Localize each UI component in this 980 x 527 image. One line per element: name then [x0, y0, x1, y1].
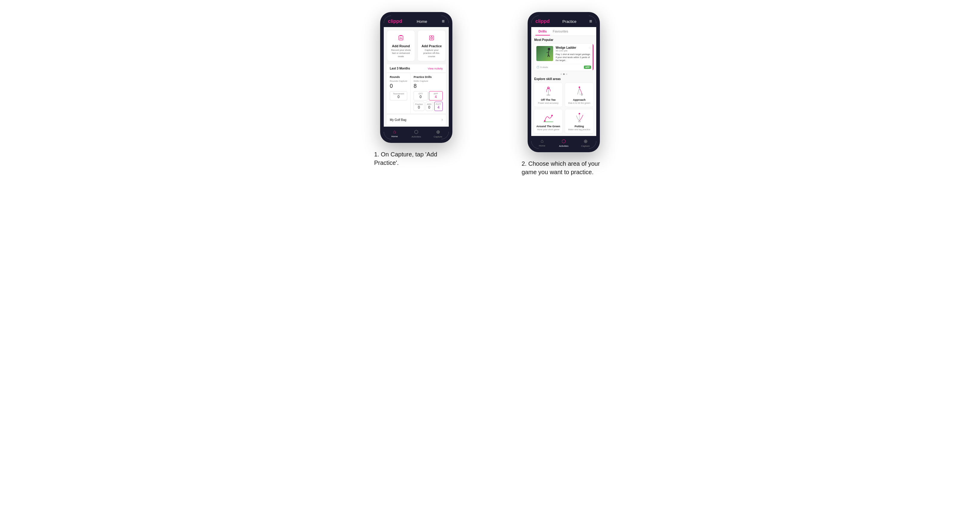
- featured-content: Wedge Ladder 50-100 yds Play 1 shot at e…: [534, 44, 593, 64]
- shots-label: 🕐 9 shots: [536, 66, 548, 68]
- phone-2: clippd Practice ≡ Drills Favourites Most…: [528, 12, 600, 152]
- featured-text: Wedge Ladder 50-100 yds Play 1 shot at e…: [555, 46, 591, 62]
- capture2-icon: ⊕: [584, 138, 587, 144]
- arg-stat: Practice 0: [414, 102, 424, 111]
- practice-value: 0: [415, 105, 423, 110]
- phone2-tabs: Drills Favourites: [531, 27, 596, 36]
- putt-stat: PUTT 4: [434, 102, 443, 111]
- capture-icon: ⊕: [436, 129, 440, 135]
- tab-favourites[interactable]: Favourites: [550, 27, 571, 35]
- phone2-body: Most Popular ☆: [531, 36, 596, 136]
- app-stat: APP 4: [429, 91, 443, 100]
- drills-capture-value: 8: [414, 83, 443, 89]
- practice-label: Practice: [415, 103, 423, 105]
- last-3-months-label: Last 3 Months: [390, 67, 410, 70]
- drills-capture-label: Drills Capture: [414, 80, 443, 83]
- add-round-card[interactable]: Add Round Record your shots fast or enha…: [387, 30, 415, 61]
- approach-desc: Dial-in to hit the green: [568, 102, 590, 105]
- app-value: 4: [430, 95, 441, 99]
- phone1-header: clippd Home ≡: [384, 16, 449, 27]
- practice-sub-stats: OTT 0 APP 4: [414, 91, 443, 100]
- phone1-stats-section: Last 3 Months View Activity Rounds Round…: [384, 64, 449, 127]
- dot-2: [563, 73, 565, 75]
- putting-desc: Make and lag practice: [568, 128, 590, 131]
- drill-subtitle: 50-100 yds: [555, 49, 591, 52]
- add-practice-title: Add Practice: [422, 44, 442, 48]
- tournament-label: Tournament: [391, 93, 406, 95]
- capture2-label: Capture: [581, 145, 590, 148]
- clock-icon: 🕐: [536, 66, 539, 68]
- svg-line-10: [548, 50, 549, 54]
- add-practice-icon: [427, 33, 436, 43]
- drill-title: Wedge Ladder: [555, 46, 591, 49]
- around-green-icon: [541, 111, 555, 124]
- svg-point-20: [544, 120, 546, 122]
- ott-label: OTT: [415, 93, 426, 95]
- phone1-bottom-nav: ⌂ Home ⬡ Activities ⊕ Capture: [384, 127, 449, 139]
- ott-value: 0: [415, 95, 426, 99]
- tournament-value: 0: [391, 95, 406, 99]
- add-round-icon: [396, 33, 406, 43]
- featured-drill-card[interactable]: ☆: [534, 43, 594, 71]
- my-bag-label: My Golf Bag: [390, 118, 406, 122]
- activities-label: Activities: [412, 135, 421, 138]
- rounds-sub-stats: Tournament 0: [390, 91, 407, 100]
- svg-line-13: [548, 54, 550, 57]
- add-practice-card[interactable]: Add Practice Capture your practice off-t…: [417, 30, 446, 61]
- phone2-menu-icon[interactable]: ≡: [589, 19, 592, 24]
- putting-icon: [572, 111, 587, 124]
- practice-title: Practice Drills: [414, 76, 443, 78]
- activities2-label: Activities: [559, 145, 568, 148]
- phone1-logo: clippd: [388, 19, 402, 24]
- nav2-activities[interactable]: ⬡ Activities: [553, 138, 574, 148]
- arg-value: 0: [427, 105, 432, 110]
- add-practice-desc: Capture your practice off-the-course: [420, 49, 443, 58]
- off-tee-title: Off The Tee: [541, 98, 555, 102]
- phone2-bottom-nav: ⌂ Home ⬡ Activities ⊕ Capture: [531, 136, 596, 149]
- tab-drills[interactable]: Drills: [535, 27, 550, 35]
- around-green-title: Around The Green: [536, 125, 560, 128]
- rounds-capture-label: Rounds Capture: [390, 80, 407, 83]
- off-tee-desc: Power and accuracy: [538, 102, 558, 105]
- rounds-capture-value: 0: [390, 83, 407, 89]
- nav2-home[interactable]: ⌂ Home: [531, 138, 553, 148]
- phone-2-screen: clippd Practice ≡ Drills Favourites Most…: [531, 16, 596, 149]
- phone-1-screen: clippd Home ≡: [384, 16, 449, 139]
- skill-grid: Off The Tee Power and accuracy: [534, 83, 594, 133]
- home-label: Home: [391, 135, 398, 138]
- home2-icon: ⌂: [541, 138, 544, 144]
- arg-label: ARG: [427, 103, 432, 105]
- home-icon: ⌂: [393, 129, 396, 135]
- view-activity-link[interactable]: View Activity: [428, 67, 443, 70]
- phone1-menu-icon[interactable]: ≡: [442, 19, 445, 24]
- around-green-desc: Hone your short game: [537, 128, 559, 131]
- nav-home[interactable]: ⌂ Home: [384, 129, 406, 138]
- most-popular-label: Most Popular: [534, 38, 594, 41]
- nav-activities[interactable]: ⬡ Activities: [406, 129, 427, 138]
- approach-title: Approach: [573, 98, 585, 102]
- rounds-title: Rounds: [390, 76, 407, 78]
- nav-capture[interactable]: ⊕ Capture: [427, 129, 449, 138]
- app-badge: APP: [584, 65, 591, 69]
- svg-point-24: [579, 113, 580, 114]
- phone1-action-cards: Add Round Record your shots fast or enha…: [384, 27, 449, 64]
- ott-stat: OTT 0: [414, 91, 427, 100]
- add-round-title: Add Round: [392, 44, 410, 48]
- featured-footer: 🕐 9 shots APP: [534, 64, 593, 71]
- skill-off-the-tee[interactable]: Off The Tee Power and accuracy: [534, 83, 563, 107]
- phone1-stats-header: Last 3 Months View Activity: [387, 64, 446, 73]
- drill-desc: Play 1 shot at each target yardage. If y…: [555, 53, 591, 62]
- svg-point-21: [551, 115, 553, 116]
- skill-approach[interactable]: Approach Dial-in to hit the green: [565, 83, 594, 107]
- svg-point-25: [578, 121, 581, 122]
- star-icon[interactable]: ☆: [589, 46, 591, 49]
- svg-point-9: [548, 48, 550, 50]
- skill-around-green[interactable]: Around The Green Hone your short game: [534, 109, 563, 133]
- activities2-icon: ⬡: [562, 138, 566, 144]
- my-golf-bag-row[interactable]: My Golf Bag ›: [387, 114, 446, 125]
- practice-col: Practice Drills Drills Capture 8 OTT 0 A…: [410, 73, 446, 113]
- skill-putting[interactable]: Putting Make and lag practice: [565, 109, 594, 133]
- phone2-header: clippd Practice ≡: [531, 16, 596, 27]
- nav2-capture[interactable]: ⊕ Capture: [574, 138, 596, 148]
- add-round-desc: Record your shots fast or enhanced mode: [390, 49, 412, 58]
